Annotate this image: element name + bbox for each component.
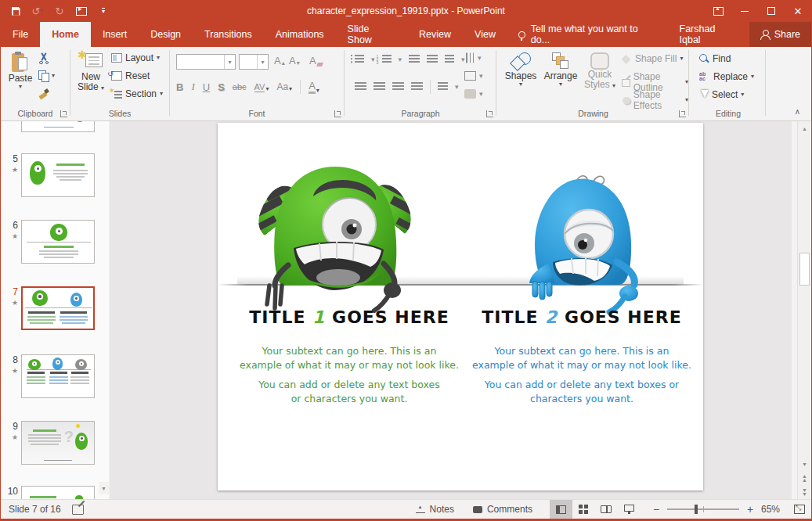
shape-effects-button[interactable]: Shape Effects▾ — [622, 89, 688, 111]
tab-file[interactable]: File — [1, 22, 40, 47]
slide-show-button[interactable] — [618, 500, 641, 519]
bold-button[interactable]: B — [176, 81, 183, 93]
next-slide-button[interactable]: ▼▼ — [799, 486, 810, 498]
scrollbar-thumb[interactable] — [799, 253, 810, 286]
slide-8-thumbnail[interactable] — [21, 354, 95, 398]
fit-to-window-button[interactable] — [794, 505, 805, 514]
section-button[interactable]: Section▾ — [111, 88, 163, 99]
subtext-2a[interactable]: Your subtext can go here. This is an exa… — [464, 344, 699, 372]
paragraph-dialog-launcher[interactable] — [486, 110, 493, 117]
cut-button[interactable] — [38, 53, 49, 64]
slide-thumb-6[interactable]: 6★ — [5, 220, 95, 264]
vertical-scrollbar[interactable]: ▲ ▼ ▲▲ ▼▼ — [797, 121, 810, 499]
change-case-button[interactable]: Aa▾ — [276, 81, 292, 92]
slide-10-thumbnail[interactable] — [21, 486, 95, 499]
replace-button[interactable]: abacReplace▾ — [699, 71, 754, 82]
text-shadow-button[interactable]: S — [218, 81, 225, 93]
layout-button[interactable]: Layout▾ — [111, 52, 160, 63]
green-monster-graphic[interactable] — [251, 156, 423, 316]
find-button[interactable]: Find — [699, 53, 731, 64]
slide-thumb-5[interactable]: 5★ — [5, 153, 95, 197]
arrange-button[interactable]: Arrange▾ — [541, 52, 580, 88]
font-name-combo[interactable]: ▾ — [176, 54, 236, 70]
scroll-up-button[interactable]: ▲ — [799, 122, 810, 135]
drawing-dialog-launcher[interactable] — [679, 110, 686, 117]
align-center-icon[interactable] — [374, 82, 385, 92]
grow-font-button[interactable]: A▴ — [274, 55, 285, 66]
tab-home[interactable]: Home — [40, 22, 91, 47]
slide-editing-surface[interactable]: TITLE 1 GOES HERE TITLE 2 GOES HERE Your… — [218, 123, 703, 490]
zoom-slider[interactable] — [667, 508, 739, 510]
panel-scroll-down-button[interactable]: ▼ — [99, 482, 109, 494]
subtext-1b[interactable]: You can add or delete any text boxes or … — [232, 378, 467, 405]
tab-animations[interactable]: Animations — [264, 22, 336, 47]
scroll-down-button[interactable]: ▼ — [799, 458, 810, 470]
blue-monster-graphic[interactable] — [517, 170, 658, 318]
reset-button[interactable]: Reset — [111, 70, 150, 81]
line-spacing-icon[interactable] — [445, 55, 454, 64]
shapes-button[interactable]: Shapes▾ — [503, 52, 539, 88]
share-button[interactable]: Share — [749, 22, 811, 47]
tab-insert[interactable]: Insert — [91, 22, 139, 47]
align-right-icon[interactable] — [392, 82, 404, 92]
save-button[interactable] — [9, 5, 23, 17]
bullets-icon[interactable] — [355, 55, 364, 64]
italic-button[interactable]: I — [191, 81, 194, 93]
font-size-combo[interactable]: ▾ — [239, 54, 269, 70]
redo-button[interactable]: ↻ — [52, 5, 67, 17]
font-color-button[interactable]: A▾ — [309, 80, 319, 94]
subtext-1a[interactable]: Your subtext can go here. This is an exa… — [232, 344, 467, 372]
undo-button[interactable]: ↺▾ — [31, 5, 45, 17]
paste-button[interactable]: Paste ▾ — [7, 52, 34, 90]
maximize-button[interactable] — [758, 0, 785, 22]
select-button[interactable]: Select▾ — [699, 89, 744, 100]
notes-toggle[interactable]: Notes — [406, 500, 464, 519]
customize-qat-button[interactable]: ▾ — [96, 5, 110, 17]
signed-in-user[interactable]: Farshad Iqbal — [669, 22, 749, 47]
align-text-icon[interactable] — [464, 71, 476, 81]
new-slide-button[interactable]: ✱ New Slide ▾ — [75, 52, 106, 92]
slide-thumb-4[interactable] — [5, 121, 95, 132]
normal-view-button[interactable] — [550, 500, 572, 519]
comments-toggle[interactable]: Comments — [464, 500, 542, 519]
reading-view-button[interactable] — [595, 500, 618, 519]
format-painter-button[interactable] — [38, 88, 49, 99]
tab-slide-show[interactable]: Slide Show — [336, 22, 407, 47]
clear-formatting-button[interactable]: A — [309, 55, 323, 66]
previous-slide-button[interactable]: ▲▲ — [799, 472, 810, 484]
tab-design[interactable]: Design — [139, 22, 193, 47]
slide-thumb-10[interactable]: 10★ — [5, 486, 95, 499]
shrink-font-button[interactable]: A▾ — [289, 55, 300, 66]
undo-dropdown-icon[interactable]: ▾ — [40, 8, 43, 14]
decrease-indent-icon[interactable] — [409, 55, 420, 64]
close-button[interactable]: ✕ — [785, 0, 811, 22]
slide-5-thumbnail[interactable] — [21, 153, 95, 197]
tab-view[interactable]: View — [463, 22, 507, 47]
underline-button[interactable]: U — [203, 81, 210, 93]
ribbon-display-options-button[interactable] — [705, 0, 731, 22]
slide-thumb-8[interactable]: 8★ — [5, 354, 95, 398]
slide-4-thumbnail[interactable] — [21, 121, 95, 132]
text-direction-icon[interactable] — [465, 53, 475, 63]
title-1-text[interactable]: TITLE 1 GOES HERE — [232, 307, 467, 327]
clipboard-dialog-launcher[interactable] — [60, 110, 67, 117]
copy-button[interactable]: ▾ — [38, 70, 55, 81]
start-from-beginning-button[interactable] — [74, 5, 88, 17]
tell-me-box[interactable]: Tell me what you want to do... — [507, 22, 669, 47]
tab-transitions[interactable]: Transitions — [193, 22, 264, 47]
tab-review[interactable]: Review — [407, 22, 463, 47]
subtext-2b[interactable]: You can add or delete any text boxes or … — [464, 378, 699, 405]
minimize-button[interactable] — [731, 0, 758, 22]
zoom-out-button[interactable]: − — [651, 503, 661, 516]
strikethrough-button[interactable]: abc — [233, 82, 247, 92]
slide-7-thumbnail-selected[interactable] — [21, 286, 95, 330]
slide-thumb-7[interactable]: 7★ — [5, 286, 95, 330]
collapse-ribbon-button[interactable]: ∧ — [795, 107, 800, 116]
align-left-icon[interactable] — [355, 82, 366, 92]
title-2-text[interactable]: TITLE 2 GOES HERE — [464, 307, 699, 327]
slide-thumb-9[interactable]: 9★ ? — [5, 421, 95, 465]
numbering-icon[interactable] — [382, 55, 392, 64]
zoom-slider-thumb[interactable] — [695, 505, 698, 514]
smartart-icon[interactable] — [464, 89, 476, 99]
character-spacing-button[interactable]: AV▾ — [254, 82, 269, 92]
